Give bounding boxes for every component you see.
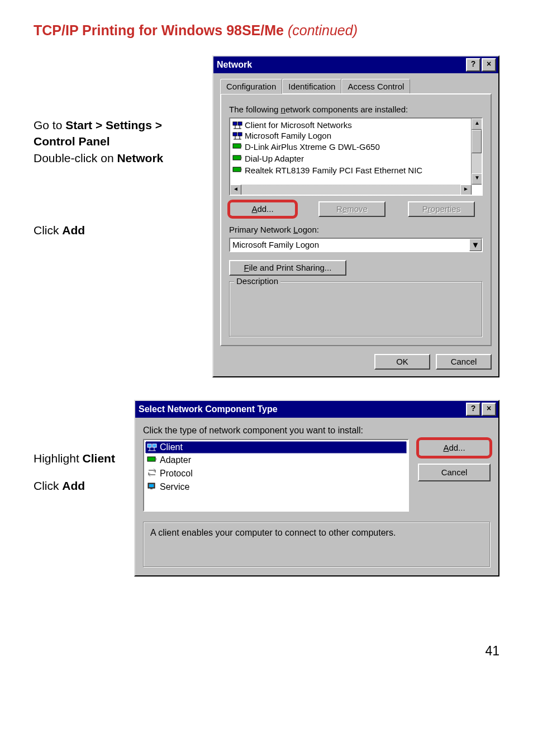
svg-rect-24 <box>149 484 154 487</box>
component-prompt: Click the type of network component you … <box>143 426 491 436</box>
scrollbar-vertical[interactable]: ▲ ▼ <box>471 119 482 185</box>
svg-rect-15 <box>241 168 242 171</box>
list-item-protocol[interactable]: Protocol <box>145 467 407 480</box>
list-item[interactable]: Microsoft Family Logon <box>231 130 470 141</box>
item-label: Client <box>160 442 183 452</box>
add-button[interactable]: Add... <box>229 201 296 217</box>
svg-rect-14 <box>233 167 241 172</box>
close-button[interactable]: × <box>482 403 496 416</box>
svg-rect-6 <box>238 133 242 136</box>
list-item[interactable]: D-Link AirPlus Xtreme G DWL-G650 <box>231 141 470 153</box>
instructions-bottom: Highlight Client Click Add <box>34 400 134 505</box>
help-button[interactable]: ? <box>466 58 480 72</box>
file-print-sharing-button[interactable]: File and Print Sharing... <box>229 260 346 276</box>
svg-rect-21 <box>147 457 155 461</box>
help-button[interactable]: ? <box>466 403 480 416</box>
client-icon <box>232 131 242 140</box>
installed-components-label: The following network components are ins… <box>229 105 483 114</box>
instr-text: Click <box>34 224 62 237</box>
svg-rect-25 <box>150 488 153 489</box>
page-title: TCP/IP Printing for Windows 98SE/Me (con… <box>34 22 499 39</box>
chevron-down-icon[interactable]: ▼ <box>469 239 482 251</box>
close-button[interactable]: × <box>482 58 496 72</box>
instructions-top: Go to Start > Settings > Control Panel D… <box>34 55 212 295</box>
component-type-listbox[interactable]: Client Adapter Protocol Service <box>143 439 409 512</box>
instr-bold: Client <box>83 452 115 465</box>
scroll-down-icon[interactable]: ▼ <box>472 173 483 185</box>
svg-rect-11 <box>241 145 242 147</box>
instr-text: Double-click on <box>34 152 117 164</box>
instr-text: Highlight <box>34 452 83 465</box>
svg-rect-12 <box>233 155 241 160</box>
description-legend: Description <box>234 276 280 286</box>
svg-rect-5 <box>233 133 237 136</box>
dialog-title: Network <box>216 60 465 70</box>
item-label: Client for Microsoft Networks <box>245 120 352 130</box>
scroll-thumb[interactable] <box>472 130 482 153</box>
components-listbox[interactable]: Client for Microsoft Networks Microsoft … <box>229 117 483 196</box>
item-label: Microsoft Family Logon <box>245 131 331 140</box>
scroll-right-icon[interactable]: ► <box>460 185 472 196</box>
instr-bold: Add <box>62 224 85 237</box>
svg-rect-10 <box>233 144 241 148</box>
svg-rect-22 <box>155 458 156 460</box>
cancel-button[interactable]: Cancel <box>436 354 492 370</box>
svg-rect-13 <box>241 157 242 159</box>
scroll-left-icon[interactable]: ◄ <box>230 185 241 196</box>
title-continued: (continued) <box>288 22 358 38</box>
svg-rect-0 <box>233 122 237 125</box>
titlebar: Network ? × <box>213 56 498 73</box>
primary-logon-dropdown[interactable]: Microsoft Family Logon ▼ <box>229 238 483 252</box>
service-icon <box>147 481 157 493</box>
title-main: TCP/IP Printing for Windows 98SE/Me <box>34 22 288 38</box>
item-label: Realtek RTL8139 Family PCI Fast Ethernet… <box>245 166 422 175</box>
ok-button[interactable]: OK <box>374 354 430 370</box>
select-component-dialog: Select Network Component Type ? × Click … <box>134 400 499 577</box>
adapter-icon <box>232 141 242 152</box>
adapter-icon <box>232 153 242 164</box>
description-groupbox: Description <box>229 281 483 337</box>
page-number: 41 <box>0 644 533 659</box>
instr-text: Go to <box>34 119 65 131</box>
dialog-title: Select Network Component Type <box>137 404 465 414</box>
list-item-service[interactable]: Service <box>145 480 407 494</box>
scroll-up-icon[interactable]: ▲ <box>472 119 483 130</box>
remove-button: Remove <box>318 201 386 217</box>
scrollbar-horizontal[interactable]: ◄ ► <box>230 185 472 195</box>
titlebar: Select Network Component Type ? × <box>135 401 498 418</box>
properties-button: Properties <box>408 201 475 217</box>
scroll-track[interactable] <box>241 185 460 195</box>
list-item[interactable]: Client for Microsoft Networks <box>231 120 470 130</box>
svg-rect-17 <box>153 444 156 447</box>
adapter-icon <box>147 455 157 466</box>
client-icon <box>232 121 242 130</box>
svg-rect-16 <box>147 444 151 447</box>
item-label: Service <box>160 482 189 492</box>
item-label: Protocol <box>160 469 193 479</box>
item-label: D-Link AirPlus Xtreme G DWL-G650 <box>245 142 380 152</box>
add-button[interactable]: Add... <box>418 439 491 457</box>
svg-rect-1 <box>238 122 242 125</box>
description-box: A client enables your computer to connec… <box>143 522 491 568</box>
list-item[interactable]: Realtek RTL8139 Family PCI Fast Ethernet… <box>231 164 470 176</box>
instr-bold: Add <box>62 479 85 492</box>
network-dialog: Network ? × Configuration Identification… <box>212 55 499 377</box>
list-item-adapter[interactable]: Adapter <box>145 453 407 467</box>
adapter-icon <box>232 165 242 176</box>
description-text: A client enables your computer to connec… <box>150 528 396 537</box>
tab-access-control[interactable]: Access Control <box>341 79 410 93</box>
item-label: Dial-Up Adapter <box>245 154 304 163</box>
instr-bold: Network <box>117 152 163 164</box>
tab-identification[interactable]: Identification <box>282 79 341 93</box>
client-icon <box>147 443 157 452</box>
list-item-client[interactable]: Client <box>145 441 407 453</box>
dropdown-value: Microsoft Family Logon <box>230 239 469 251</box>
cancel-button[interactable]: Cancel <box>418 464 491 481</box>
scroll-track[interactable] <box>472 153 482 173</box>
primary-logon-label: Primary Network Logon: <box>229 225 483 234</box>
instr-text: Click <box>34 479 62 492</box>
item-label: Adapter <box>160 455 191 465</box>
list-item[interactable]: Dial-Up Adapter <box>231 153 470 164</box>
tab-configuration[interactable]: Configuration <box>220 79 282 94</box>
protocol-icon <box>147 468 157 479</box>
